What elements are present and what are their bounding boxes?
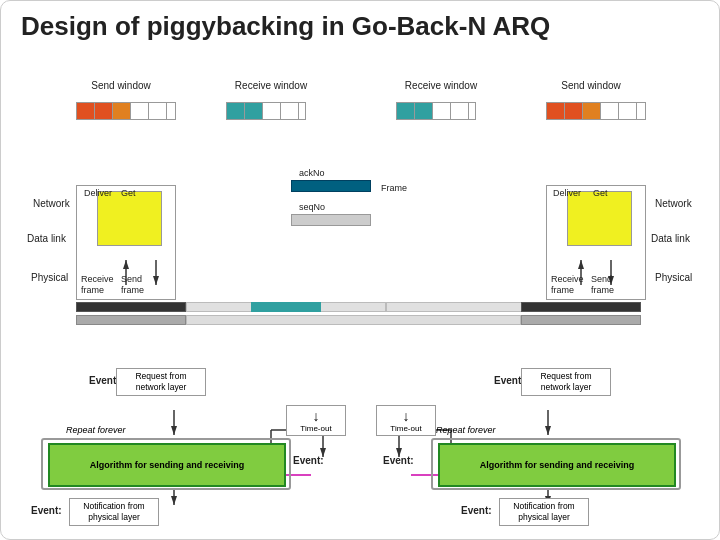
left-get-label: Get (121, 188, 136, 198)
left-timeout-event-label: Event: (293, 455, 324, 466)
right-timeout-event-label: Event: (383, 455, 414, 466)
left-frame-out-bar (76, 302, 186, 312)
right-data-link-label: Data link (651, 233, 690, 244)
left-receive-window-label: Receive window (231, 80, 311, 91)
right-send-frame-label: Sendframe (591, 274, 614, 296)
left-yellow-box (97, 191, 162, 246)
right-frame-in-bar (521, 315, 641, 325)
right-algo-box: Algorithm for sending and receiving (438, 443, 676, 487)
slide-title: Design of piggybacking in Go-Back-N ARQ (21, 11, 699, 42)
right-notification-box: Notification from physical layer (499, 498, 589, 526)
middle-teal-bar (251, 302, 321, 312)
right-request-box: Request from network layer (521, 368, 611, 396)
left-physical-label: Physical (31, 272, 68, 283)
right-timeout-box: ↓ Time-out (376, 405, 436, 436)
left-timeout-box: ↓ Time-out (286, 405, 346, 436)
right-receive-window-label: Receive window (401, 80, 481, 91)
left-request-box: Request from network layer (116, 368, 206, 396)
left-network-label: Network (33, 198, 70, 209)
middle-frame-in-bar (186, 315, 521, 325)
right-receive-frame-label: Receiveframe (551, 274, 584, 296)
right-frame-out-bar (521, 302, 641, 312)
seq-no-bar (291, 214, 371, 226)
left-deliver-label: Deliver (84, 188, 112, 198)
left-algo-box: Algorithm for sending and receiving (48, 443, 286, 487)
right-bottom-event-label: Event: (461, 505, 492, 516)
left-data-link-label: Data link (27, 233, 66, 244)
ack-no-label: ackNo (299, 168, 325, 178)
left-send-frame-label: Sendframe (121, 274, 144, 296)
right-repeat-label: Repeat forever (436, 425, 496, 435)
seq-no-label: seqNo (299, 202, 325, 212)
left-notification-box: Notification from physical layer (69, 498, 159, 526)
left-algo-container: Algorithm for sending and receiving (41, 438, 291, 490)
left-send-window-bar (76, 102, 176, 120)
left-receive-frame-label: Receiveframe (81, 274, 114, 296)
left-frame-in-bar (76, 315, 186, 325)
slide: Design of piggybacking in Go-Back-N ARQ (0, 0, 720, 540)
ack-no-bar (291, 180, 371, 192)
left-repeat-label: Repeat forever (66, 425, 126, 435)
right-algo-container: Algorithm for sending and receiving (431, 438, 681, 490)
right-physical-label: Physical (655, 272, 692, 283)
right-deliver-label: Deliver (553, 188, 581, 198)
left-bottom-event-label: Event: (31, 505, 62, 516)
right-network-label: Network (655, 198, 692, 209)
right-receive-window-bar (396, 102, 476, 120)
frame-label: Frame (381, 183, 407, 193)
left-receive-window-bar (226, 102, 306, 120)
diagram: Send window Receive window Receive windo… (21, 50, 701, 510)
left-send-window-label: Send window (81, 80, 161, 91)
right-get-label: Get (593, 188, 608, 198)
right-event-label: Event: (494, 375, 525, 386)
right-yellow-box (567, 191, 632, 246)
left-event-label: Event: (89, 375, 120, 386)
right-send-window-label: Send window (551, 80, 631, 91)
right-send-window-bar (546, 102, 646, 120)
